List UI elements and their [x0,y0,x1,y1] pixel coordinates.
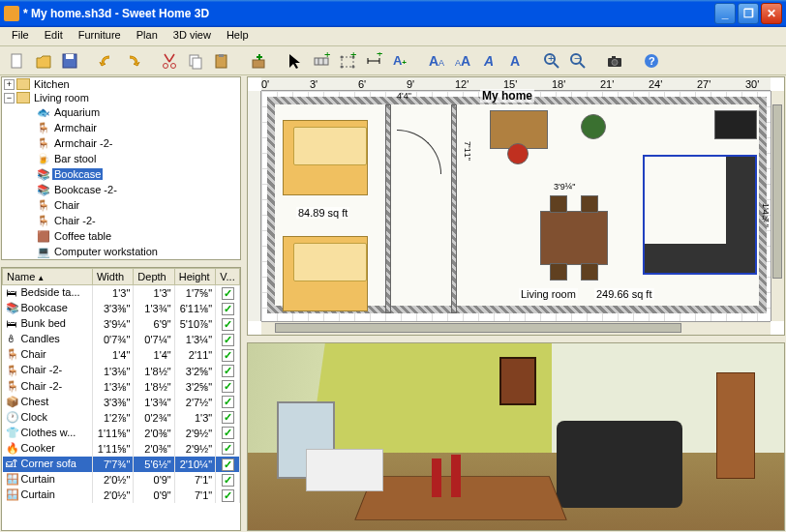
tree-item[interactable]: 🪑Chair -2- [2,213,240,228]
menu-plan[interactable]: Plan [129,27,166,45]
expand-icon[interactable]: + [4,79,15,90]
furniture-chair[interactable] [581,263,598,281]
menu-3dview[interactable]: 3D view [166,27,219,45]
table-row[interactable]: 🪟Curtain2'0½"0'9"7'1"✓ [3,488,240,503]
select-tool[interactable] [284,49,307,73]
table-row[interactable]: 📦Chest3'3⅜"1'3¾"2'7½"✓ [3,395,240,410]
furniture-chair[interactable] [550,263,567,281]
zoom-in-button[interactable]: + [540,49,563,73]
furniture-bed[interactable] [283,120,368,195]
furniture-table[interactable] [540,211,608,265]
checkbox-checked-icon[interactable]: ✓ [222,365,234,377]
table-row[interactable]: 🕯Candles0'7¾"0'7¼"1'3¼"✓ [3,332,240,347]
tree-category[interactable]: − Living room [2,91,240,104]
room-tool[interactable]: + [336,49,359,73]
help-button[interactable]: ? [640,49,663,73]
column-header[interactable]: Name▲ [3,269,93,285]
add-furniture-button[interactable] [247,49,270,73]
menu-file[interactable]: File [4,27,37,45]
furniture-plant[interactable] [581,114,606,139]
checkbox-checked-icon[interactable]: ✓ [222,427,234,439]
cut-button[interactable] [158,49,181,73]
wall-segment[interactable] [451,104,457,313]
furniture-chair[interactable] [581,195,598,213]
furniture-chair[interactable] [507,143,529,164]
table-row[interactable]: 🛏Bedside ta...1'3"1'3"1'7⅝"✓ [3,285,240,302]
plan-view[interactable]: 0'3'6'9'12'15'18'21'24'27'30' [247,76,785,336]
table-row[interactable]: 🪑Chair -2-1'3⅛"1'8½"3'2⅝"✓ [3,363,240,378]
wall-tool[interactable]: + [310,49,333,73]
font-smaller-button[interactable]: AA [451,49,474,73]
new-button[interactable] [6,49,29,73]
tree-item[interactable]: 📚Bookcase [2,166,240,182]
font-bigger-button[interactable]: AA [425,49,448,73]
save-button[interactable] [58,49,81,73]
menu-edit[interactable]: Edit [37,27,71,45]
checkbox-checked-icon[interactable]: ✓ [222,349,234,362]
minimize-button[interactable]: _ [714,3,736,24]
checkbox-checked-icon[interactable]: ✓ [222,458,234,471]
tree-item[interactable]: 🛋Corner sofa [2,259,240,260]
collapse-icon[interactable]: − [4,93,15,103]
table-row[interactable]: 🕐Clock1'2⅞"0'2¾"1'3"✓ [3,410,240,426]
tree-item[interactable]: 🪑Chair [2,197,240,213]
undo-button[interactable] [95,49,118,73]
3d-view[interactable] [247,342,785,531]
column-header[interactable]: Height [174,269,215,285]
checkbox-checked-icon[interactable]: ✓ [222,442,234,455]
table-row[interactable]: 👕Clothes w...1'11⅝"2'0⅜"2'9½"✓ [3,426,240,441]
checkbox-checked-icon[interactable]: ✓ [222,396,234,408]
checkbox-checked-icon[interactable]: ✓ [222,318,234,331]
table-row[interactable]: 🪟Curtain2'0½"0'9"7'1"✓ [3,472,240,488]
table-row[interactable]: 📚Bookcase3'3⅜"1'3¾"6'11⅛"✓ [3,301,240,316]
dimension-tool[interactable]: + [362,49,385,73]
furniture-chair[interactable] [550,195,567,213]
close-button[interactable]: ✕ [761,3,782,24]
checkbox-checked-icon[interactable]: ✓ [222,334,234,346]
open-button[interactable] [32,49,55,73]
italic-button[interactable]: A [477,49,500,73]
tree-item[interactable]: 🟫Coffee table [2,228,240,244]
menu-furniture[interactable]: Furniture [71,27,129,45]
table-row[interactable]: 🪑Chair -2-1'3⅛"1'8½"3'2⅝"✓ [3,379,240,395]
checkbox-checked-icon[interactable]: ✓ [222,489,234,502]
furniture-sofa[interactable] [643,155,757,275]
paste-button[interactable] [210,49,233,73]
text-tool[interactable]: A+ [388,49,411,73]
table-row[interactable]: 🛏Bunk bed3'9¼"6'9"5'10⅞"✓ [3,316,240,332]
tree-item[interactable]: 🐟Aquarium [2,104,240,120]
left-splitter[interactable] [0,261,242,266]
table-row[interactable]: 🔥Cooker1'11⅝"2'0⅜"2'9½"✓ [3,441,240,457]
bold-button[interactable]: A [503,49,527,73]
camera-button[interactable] [603,49,626,73]
furniture-bed[interactable] [283,236,368,311]
checkbox-checked-icon[interactable]: ✓ [222,380,234,393]
tree-item[interactable]: 🍺Bar stool [2,151,240,166]
table-row[interactable]: 🛋Corner sofa7'7¾"5'6½"2'10¼"✓ [3,457,240,472]
tree-item[interactable]: 🪑Armchair -2- [2,135,240,151]
furniture-tree[interactable]: + Kitchen− Living room🐟Aquarium🪑Armchair… [1,76,241,260]
table-row[interactable]: 🪑Chair1'4"1'4"2'11"✓ [3,347,240,363]
wall-segment[interactable] [385,104,391,313]
furniture-tv[interactable] [714,110,757,139]
tree-item[interactable]: 📚Bookcase -2- [2,182,240,197]
checkbox-checked-icon[interactable]: ✓ [222,474,234,487]
column-header[interactable]: V... [216,269,240,285]
plan-scrollbar-horizontal[interactable] [261,321,771,335]
checkbox-checked-icon[interactable]: ✓ [222,303,234,315]
column-header[interactable]: Width [92,269,133,285]
checkbox-checked-icon[interactable]: ✓ [222,411,234,424]
right-splitter[interactable] [246,337,786,341]
plan-scrollbar-vertical[interactable] [771,91,784,321]
checkbox-checked-icon[interactable]: ✓ [222,287,234,300]
copy-button[interactable] [184,49,207,73]
tree-item[interactable]: 🪑Armchair [2,120,240,135]
column-header[interactable]: Depth [134,269,174,285]
redo-button[interactable] [121,49,144,73]
menu-help[interactable]: Help [219,27,257,45]
furniture-table[interactable]: Name▲WidthDepthHeightV... 🛏Bedside ta...… [1,267,241,531]
zoom-out-button[interactable]: − [566,49,590,73]
tree-category[interactable]: + Kitchen [2,77,240,91]
tree-item[interactable]: 💻Computer workstation [2,244,240,259]
maximize-button[interactable]: ❐ [738,3,759,24]
